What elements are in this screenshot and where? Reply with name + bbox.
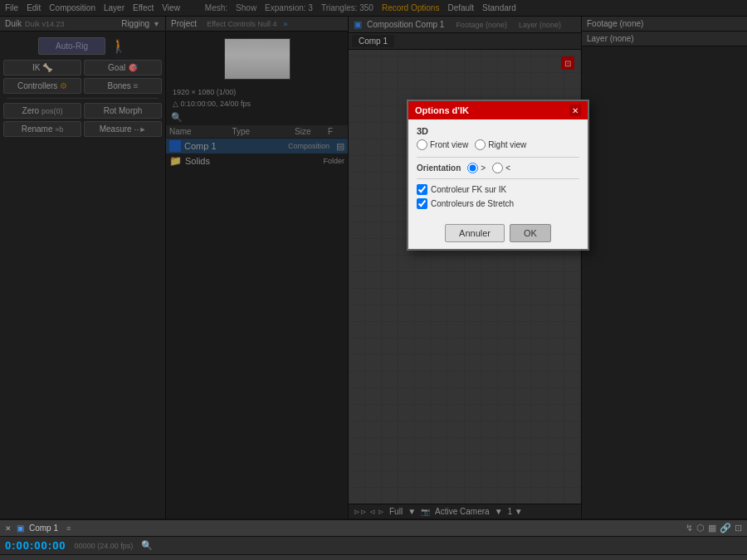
modal-orient-opt1-radio[interactable]: [467, 163, 478, 173]
modal-checkbox-1-row: Controleur FK sur IK: [417, 184, 579, 195]
modal-front-view-radio[interactable]: [417, 139, 427, 150]
modal-checkbox-2-label: Controleurs de Stretch: [431, 199, 514, 208]
timeline-tool1[interactable]: ↯: [686, 523, 693, 533]
timeline-close-icon[interactable]: ✕: [5, 524, 12, 533]
modal-titlebar: Options d'IK ✕: [408, 101, 588, 119]
timeline-section: ✕ ▣ Comp 1 ≡ ↯ ⬡ ▦ 🔗 ⊡ 0:00:00:00 00000 …: [0, 519, 747, 560]
modal-overlay: Options d'IK ✕ 3D Front view Right view …: [0, 0, 747, 519]
modal-orient-opt1-text: >: [481, 163, 486, 173]
timeline-comp-icon: ▣: [17, 523, 24, 533]
modal-orientation-row: Orientation > <: [417, 163, 579, 173]
timeline-body: # Source Name Parent 👁 ◉ 🔒 ▷ 1 ‡ Null 4: [0, 555, 747, 560]
modal-3d-title: 3D: [417, 126, 579, 136]
timeline-search-icon[interactable]: 🔍: [141, 540, 153, 551]
modal-orient-opt2-text: <: [505, 163, 510, 173]
modal-dialog: Options d'IK ✕ 3D Front view Right view …: [407, 100, 589, 251]
timeline-layers-panel: # Source Name Parent 👁 ◉ 🔒 ▷ 1 ‡ Null 4: [0, 555, 365, 560]
modal-right-view-radio[interactable]: [475, 139, 486, 150]
modal-right-view-text: Right view: [488, 140, 526, 149]
timeline-tool5[interactable]: ⊡: [735, 523, 742, 533]
modal-3d-radio-group: Front view Right view: [417, 139, 579, 150]
timeline-comp-label: Comp 1: [29, 523, 58, 533]
timeline-controls: 0:00:00:00 00000 (24.00 fps) 🔍: [0, 537, 747, 555]
timeline-menu-icon[interactable]: ≡: [66, 524, 71, 533]
layer-col-header: # Source Name Parent: [0, 555, 365, 560]
timecode-display: 0:00:00:00: [5, 539, 66, 552]
timeline-header: ✕ ▣ Comp 1 ≡ ↯ ⬡ ▦ 🔗 ⊡: [0, 520, 747, 537]
modal-orient-opt2-radio[interactable]: [492, 163, 503, 173]
modal-divider-2: [417, 178, 579, 179]
modal-title: Options d'IK: [415, 105, 469, 115]
modal-checkbox-2-row: Controleurs de Stretch: [417, 198, 579, 209]
modal-orient-opt2-label[interactable]: <: [492, 163, 510, 173]
modal-body: 3D Front view Right view Orientation >: [408, 119, 588, 219]
modal-divider-1: [417, 157, 579, 158]
modal-checkbox-1-label: Controleur FK sur IK: [431, 185, 506, 194]
modal-front-view-text: Front view: [430, 140, 468, 149]
timeline-toolbar-icons: ↯ ⬡ ▦ 🔗 ⊡: [686, 523, 742, 533]
modal-checkbox-2[interactable]: [417, 198, 427, 209]
modal-orient-opt1-label[interactable]: >: [467, 163, 486, 173]
fps-label: 00000 (24.00 fps): [75, 542, 134, 550]
modal-ok-button[interactable]: OK: [510, 224, 551, 242]
timeline-tool2[interactable]: ⬡: [696, 523, 705, 533]
modal-front-view-label[interactable]: Front view: [417, 139, 468, 150]
modal-buttons: Annuler OK: [408, 219, 588, 249]
timeline-tool4[interactable]: 🔗: [720, 523, 731, 533]
modal-cancel-button[interactable]: Annuler: [445, 224, 505, 242]
timeline-tracks: 01mn 02mn 03mn 04mn 05mn: [365, 555, 747, 560]
timeline-tool3[interactable]: ▦: [708, 523, 716, 533]
modal-orientation-title: Orientation: [417, 163, 461, 173]
timeline-ruler: 01mn 02mn 03mn 04mn 05mn: [365, 555, 747, 560]
modal-right-view-label[interactable]: Right view: [475, 139, 526, 150]
modal-close-button[interactable]: ✕: [569, 105, 581, 116]
modal-checkbox-1[interactable]: [417, 184, 427, 195]
